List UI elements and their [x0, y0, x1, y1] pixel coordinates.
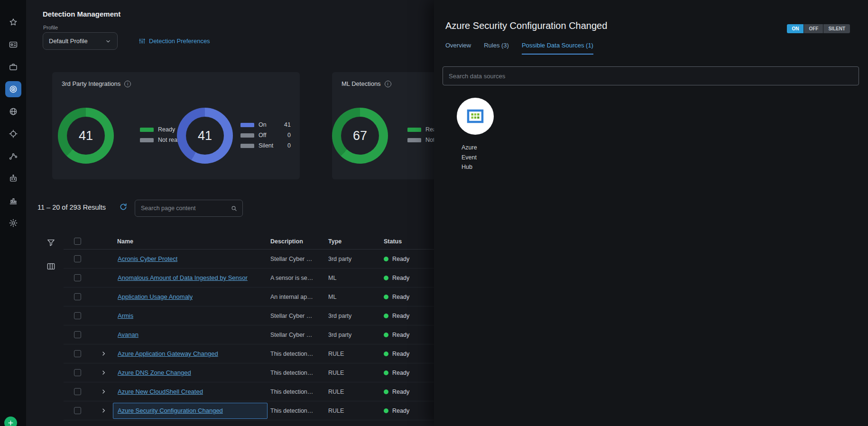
sidebar-item-reports[interactable] [5, 193, 21, 209]
swatch-blue [240, 123, 254, 127]
column-header-status[interactable]: Status [380, 238, 434, 245]
column-header-name[interactable]: Name [113, 238, 268, 245]
sidebar-item-explore[interactable] [5, 103, 21, 120]
row-checkbox[interactable] [74, 255, 81, 262]
chevron-down-icon [105, 38, 111, 45]
toggle-silent[interactable]: SILENT [823, 24, 850, 33]
row-checkbox[interactable] [74, 350, 81, 357]
detection-link[interactable]: Azure DNS Zone Changed [118, 369, 191, 376]
detections-table: Name Description Type Status Acronis Cyb… [64, 233, 434, 420]
table-row[interactable]: Azure Application Gateway Changed This d… [64, 344, 434, 363]
detection-link[interactable]: Acronis Cyber Protect [118, 255, 177, 262]
column-header-type[interactable]: Type [325, 238, 380, 245]
type-cell: RULE [325, 351, 380, 357]
detection-link[interactable]: Azure Security Configuration Changed [118, 407, 223, 414]
status-text: Ready [392, 407, 409, 414]
tab-overview[interactable]: Overview [445, 42, 471, 55]
legend-value: 41 [284, 121, 291, 128]
legend-item: Silent 0 [240, 142, 291, 149]
description-cell: An internal ap… [268, 294, 325, 300]
status-text: Ready [392, 256, 409, 262]
row-checkbox[interactable] [74, 369, 81, 376]
data-source-search-input[interactable] [443, 66, 859, 85]
row-checkbox[interactable] [74, 388, 81, 395]
status-dot [384, 370, 388, 375]
description-cell: Stellar Cyber … [268, 313, 325, 319]
description-cell: This detection… [268, 351, 325, 357]
table-row[interactable]: Application Usage Anomaly An internal ap… [64, 287, 434, 306]
row-checkbox[interactable] [74, 293, 81, 300]
status-text: Ready [392, 313, 409, 319]
name-cell: Armis [113, 308, 268, 324]
table-row-selected[interactable]: Azure Security Configuration Changed Thi… [64, 401, 434, 420]
info-icon[interactable] [124, 81, 131, 87]
status-cell: Ready [380, 313, 434, 319]
card-icon [9, 40, 18, 49]
detection-link[interactable]: Application Usage Anomaly [118, 293, 193, 300]
legend-on-off: On 41 Off 0 Silent 0 [240, 121, 291, 149]
row-expand-chevron[interactable] [94, 369, 113, 376]
gear-icon [9, 218, 18, 228]
detection-link[interactable]: Avanan [118, 331, 139, 338]
refresh-button[interactable] [119, 203, 128, 212]
status-text: Ready [392, 275, 409, 281]
sidebar-item-billing[interactable] [5, 37, 21, 53]
briefcase-icon [9, 62, 18, 72]
info-icon[interactable] [385, 81, 391, 87]
data-source-tile[interactable]: Azure Event Hub [457, 98, 580, 172]
sidebar-item-cases[interactable] [5, 59, 21, 75]
detection-link[interactable]: Azure New CloudShell Created [118, 388, 203, 395]
status-cell: Ready [380, 294, 434, 300]
sidebar-item-correlations[interactable] [5, 148, 21, 164]
crosshair-icon [9, 129, 18, 139]
row-checkbox[interactable] [74, 274, 81, 281]
sidebar [0, 0, 26, 426]
profile-dropdown[interactable]: Default Profile [43, 32, 118, 50]
page-search [135, 200, 243, 217]
table-row[interactable]: Azure DNS Zone Changed This detection… R… [64, 363, 434, 382]
table-row[interactable]: Armis Stellar Cyber … 3rd party Ready [64, 306, 434, 325]
table-row[interactable]: Acronis Cyber Protect Stellar Cyber … 3r… [64, 250, 434, 269]
status-dot [384, 352, 388, 356]
table-header: Name Description Type Status [64, 233, 434, 250]
table-row[interactable]: Avanan Stellar Cyber … 3rd party Ready [64, 325, 434, 344]
table-row[interactable]: Anomalous Amount of Data Ingested by Sen… [64, 269, 434, 287]
search-icon [231, 205, 238, 212]
type-cell: RULE [325, 389, 380, 395]
row-checkbox[interactable] [74, 331, 81, 338]
sidebar-item-hunt[interactable] [5, 126, 21, 142]
filter-button[interactable] [46, 238, 56, 249]
donut-value: 41 [58, 108, 114, 164]
columns-button[interactable] [46, 262, 56, 272]
tab-rules[interactable]: Rules (3) [484, 42, 509, 55]
detection-link[interactable]: Anomalous Amount of Data Ingested by Sen… [118, 274, 248, 281]
row-checkbox[interactable] [74, 312, 81, 319]
status-dot [384, 408, 388, 413]
status-cell: Ready [380, 407, 434, 414]
detection-link[interactable]: Armis [118, 312, 133, 319]
swatch-gray [240, 133, 254, 138]
select-all-checkbox[interactable] [74, 238, 81, 245]
detection-link[interactable]: Azure Application Gateway Changed [118, 350, 218, 357]
sidebar-item-detections[interactable] [5, 81, 21, 97]
table-row[interactable]: Azure New CloudShell Created This detect… [64, 382, 434, 401]
add-button[interactable] [4, 417, 17, 426]
chart-icon [9, 196, 18, 205]
status-text: Ready [392, 370, 409, 376]
sidebar-item-favorites[interactable] [5, 14, 21, 30]
detection-preferences-link[interactable]: Detection Preferences [136, 37, 213, 45]
row-expand-chevron[interactable] [94, 388, 113, 395]
donut-ml-chart: 67 [332, 108, 388, 164]
sidebar-item-automation[interactable] [5, 170, 21, 186]
row-expand-chevron[interactable] [94, 350, 113, 357]
row-checkbox[interactable] [74, 407, 81, 414]
description-cell: A sensor is se… [268, 275, 325, 281]
sidebar-item-settings[interactable] [5, 215, 21, 231]
toggle-off[interactable]: OFF [804, 24, 823, 33]
toggle-on[interactable]: ON [787, 24, 804, 33]
app-root: Detection Management Profile Default Pro… [0, 0, 868, 426]
row-expand-chevron[interactable] [94, 407, 113, 414]
column-header-description[interactable]: Description [268, 238, 325, 245]
tab-possible-data-sources[interactable]: Possible Data Sources (1) [522, 42, 593, 55]
page-search-input[interactable] [140, 204, 231, 212]
